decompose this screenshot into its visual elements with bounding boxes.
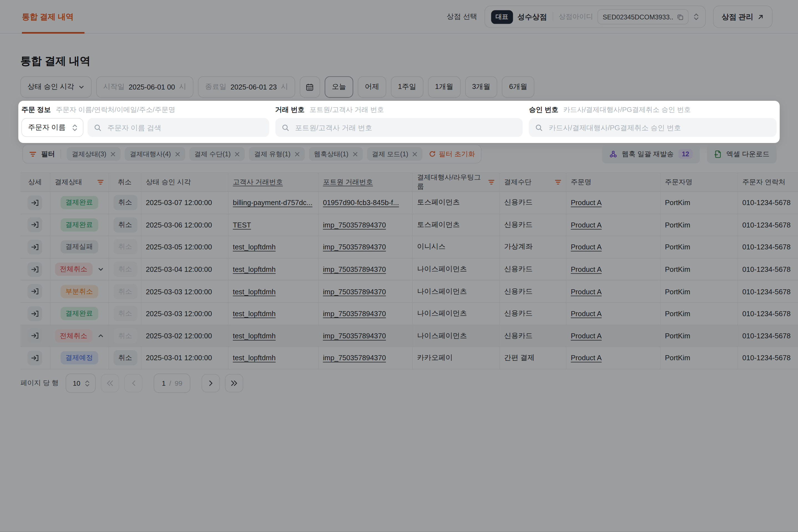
webhook-resend-button[interactable]: 웹훅 일괄 재발송 12 xyxy=(602,145,700,164)
quick-range-button-5[interactable]: 3개월 xyxy=(465,76,497,98)
filter-chip-4[interactable]: 결제 유형(1) xyxy=(249,147,305,161)
detail-button[interactable] xyxy=(28,195,42,210)
end-date-input[interactable]: 종료일 2025-06-01 23 시 xyxy=(198,76,295,98)
merchant-tx-link[interactable]: test_lopftdmh xyxy=(233,265,276,273)
cancel-button[interactable]: 취소 xyxy=(113,350,137,366)
order-name-link[interactable]: Product A xyxy=(571,309,602,318)
portone-tx-link[interactable]: imp_750357894370 xyxy=(323,354,386,362)
quick-range-button-4[interactable]: 1개월 xyxy=(428,76,460,98)
merchant-tx-link[interactable]: test_lopftdmh xyxy=(233,332,276,340)
filter-chip-label: 결제 모드(1) xyxy=(372,149,408,158)
merchant-tx-link[interactable]: test_lopftdmh xyxy=(233,309,276,318)
portone-tx-link[interactable]: imp_750357894370 xyxy=(323,221,386,229)
time-type-select[interactable]: 상태 승인 시각 xyxy=(20,76,92,98)
detail-button[interactable] xyxy=(28,240,42,254)
chip-remove-button[interactable] xyxy=(294,151,300,156)
copy-icon[interactable] xyxy=(677,14,684,20)
last-page-button[interactable] xyxy=(225,374,243,392)
order-name-link[interactable]: Product A xyxy=(571,287,602,296)
portone-tx-link[interactable]: imp_750357894370 xyxy=(323,332,386,340)
order-name-link[interactable]: Product A xyxy=(571,354,602,362)
detail-button[interactable] xyxy=(28,350,42,365)
approval-search-input[interactable] xyxy=(548,123,771,132)
order-search-field[interactable] xyxy=(88,118,269,137)
order-info-label: 주문 정보 xyxy=(21,106,51,114)
calendar-button[interactable] xyxy=(300,76,320,98)
detail-button[interactable] xyxy=(28,262,42,277)
detail-button[interactable] xyxy=(28,217,42,232)
merchant-tx-link[interactable]: TEST xyxy=(233,221,251,229)
column-header-5[interactable]: 고객사 거래번호 xyxy=(228,173,318,192)
portone-tx-link[interactable]: imp_750357894370 xyxy=(323,243,386,251)
order-info-hint: 주문자 이름/연락처/이메일/주소/주문명 xyxy=(56,106,175,114)
store-selector[interactable]: 대표 성수상점 상점아이디 SED02345DCOM3933.. xyxy=(484,5,706,28)
filter-chip-6[interactable]: 결제 모드(1) xyxy=(367,147,422,161)
filter-chip-5[interactable]: 웹훅상태(1) xyxy=(309,147,362,161)
detail-button[interactable] xyxy=(28,328,42,343)
chip-remove-button[interactable] xyxy=(412,151,417,156)
portone-tx-link[interactable]: imp_750357894370 xyxy=(323,265,386,273)
filter-funnel-icon[interactable] xyxy=(97,179,103,185)
search-icon xyxy=(281,123,289,131)
column-header-label: 상세 xyxy=(28,177,42,187)
quick-range-button-1[interactable]: 오늘 xyxy=(325,76,353,98)
page-indicator[interactable]: 1 / 99 xyxy=(154,374,191,393)
approval-search-field[interactable] xyxy=(529,118,777,137)
stepper-icon xyxy=(84,379,90,387)
rows-per-page-select[interactable]: 10 xyxy=(66,374,96,393)
filter-funnel-icon[interactable] xyxy=(554,179,561,185)
txn-search-input[interactable] xyxy=(294,123,517,132)
column-header-2[interactable]: 결제상태 xyxy=(50,173,108,192)
next-page-button[interactable] xyxy=(202,374,220,392)
filter-reset-button[interactable]: 필터 초기화 xyxy=(429,149,475,158)
open-detail-icon xyxy=(31,310,39,318)
filter-chip-1[interactable]: 결제상태(3) xyxy=(67,147,120,161)
column-header-8[interactable]: 결제수단 xyxy=(499,173,566,192)
chip-remove-button[interactable] xyxy=(235,151,240,156)
detail-button[interactable] xyxy=(28,284,42,299)
excel-download-button[interactable]: 엑셀 다운로드 xyxy=(707,145,777,164)
portone-tx-link[interactable]: imp_750357894370 xyxy=(323,287,386,296)
status-badge: 결제완료 xyxy=(60,307,98,320)
detail-button[interactable] xyxy=(28,306,42,321)
column-header-6[interactable]: 포트원 거래번호 xyxy=(318,173,412,192)
column-header-7[interactable]: 결제대행사/라우팅그룹 xyxy=(412,173,499,192)
portone-tx-link[interactable]: 01957d90-fcb3-845b-f... xyxy=(323,199,399,207)
merchant-tx-link[interactable]: test_lopftdmh xyxy=(233,243,276,251)
payments-table-wrap: 상세결제상태취소상태 승인 시각고객사 거래번호포트원 거래번호결제대행사/라우… xyxy=(20,173,798,369)
store-manage-button[interactable]: 상점 관리 xyxy=(713,5,773,28)
chevron-right-icon xyxy=(209,380,213,386)
cancel-button: 취소 xyxy=(113,328,137,343)
filter-funnel-icon[interactable] xyxy=(488,179,495,185)
cancel-button[interactable]: 취소 xyxy=(113,217,137,232)
chevron-down-icon[interactable] xyxy=(97,266,103,272)
prev-page-button[interactable] xyxy=(124,374,142,392)
order-search-input[interactable] xyxy=(107,123,263,132)
filter-chip-2[interactable]: 결제대행사(4) xyxy=(125,147,185,161)
filter-chip-3[interactable]: 결제 수단(1) xyxy=(189,147,245,161)
order-name-link[interactable]: Product A xyxy=(571,243,602,251)
order-name-link[interactable]: Product A xyxy=(571,265,602,273)
order-name-link[interactable]: Product A xyxy=(571,199,602,207)
merchant-tx-link[interactable]: test_lopftdmh xyxy=(233,287,276,296)
tab-integrated-payments[interactable]: 통합 결제 내역 xyxy=(22,0,74,34)
quick-range-button-3[interactable]: 1주일 xyxy=(391,76,423,98)
chevron-up-icon[interactable] xyxy=(97,333,103,339)
start-date-input[interactable]: 시작일 2025-06-01 00 시 xyxy=(96,76,193,98)
order-name-link[interactable]: Product A xyxy=(571,221,602,229)
quick-range-button-2[interactable]: 어제 xyxy=(358,76,386,98)
merchant-tx-link[interactable]: billing-payment-d757dc... xyxy=(233,199,312,207)
chip-remove-button[interactable] xyxy=(110,151,115,156)
chip-remove-button[interactable] xyxy=(175,151,180,156)
store-select-stepper-icon[interactable] xyxy=(693,13,699,21)
quick-range-button-6[interactable]: 6개월 xyxy=(502,76,534,98)
portone-tx-link[interactable]: imp_750357894370 xyxy=(323,309,386,318)
merchant-tx-link[interactable]: test_lopftdmh xyxy=(233,354,276,362)
store-id-box[interactable]: SED02345DCOM3933.. xyxy=(598,9,688,24)
order-field-select[interactable]: 주문자 이름 xyxy=(21,118,83,137)
first-page-button[interactable] xyxy=(101,374,119,392)
chip-remove-button[interactable] xyxy=(353,151,358,156)
order-name-link[interactable]: Product A xyxy=(571,332,602,340)
cancel-button[interactable]: 취소 xyxy=(113,195,137,210)
txn-search-field[interactable] xyxy=(275,118,523,137)
